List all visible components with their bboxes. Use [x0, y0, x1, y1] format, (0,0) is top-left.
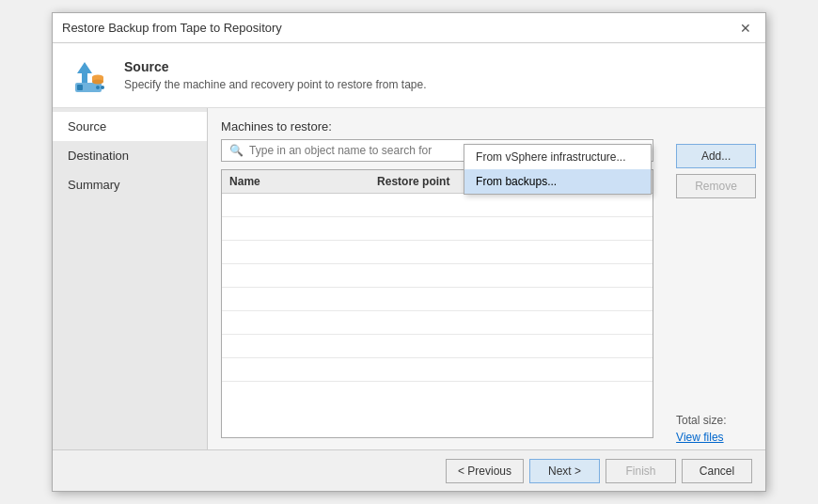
svg-point-3	[96, 86, 100, 89]
finish-button[interactable]: Finish	[606, 459, 676, 483]
sidebar-item-summary[interactable]: Summary	[53, 170, 207, 199]
machines-table-inner: Name Restore point	[222, 170, 653, 382]
header-section: Source Specify the machine and recovery …	[53, 43, 765, 108]
close-button[interactable]: ✕	[735, 19, 756, 38]
previous-button[interactable]: < Previous	[446, 459, 524, 483]
sidebar-item-source[interactable]: Source	[53, 112, 207, 141]
add-dropdown-menu: From vSphere infrastructure... From back…	[464, 144, 652, 195]
machines-label: Machines to restore:	[221, 119, 653, 134]
view-files-link[interactable]: View files	[676, 431, 756, 444]
table-row	[222, 288, 653, 311]
title-bar: Restore Backup from Tape to Repository ✕	[53, 13, 765, 43]
svg-point-4	[101, 86, 104, 89]
next-button[interactable]: Next >	[529, 459, 600, 483]
table-row	[222, 358, 653, 382]
col-name: Name	[222, 170, 370, 194]
cancel-button[interactable]: Cancel	[682, 459, 752, 483]
dropdown-item-backups[interactable]: From backups...	[464, 169, 651, 194]
window-title: Restore Backup from Tape to Repository	[62, 21, 282, 35]
svg-marker-0	[77, 62, 92, 83]
dropdown-item-vsphere[interactable]: From vSphere infrastructure...	[464, 145, 651, 169]
remove-button[interactable]: Remove	[676, 174, 756, 198]
table-row	[222, 217, 653, 241]
header-description: Specify the machine and recovery point t…	[124, 78, 427, 91]
machines-table: Name Restore point	[221, 169, 653, 438]
header-text: Source Specify the machine and recovery …	[124, 59, 427, 91]
right-panel-buttons: Add... Remove	[676, 144, 756, 198]
main-content: Machines to restore: 🔍 Name Restore poin…	[208, 108, 667, 449]
search-icon: 🔍	[229, 144, 244, 157]
header-icon	[66, 53, 111, 98]
table-row	[222, 194, 653, 217]
header-title: Source	[124, 59, 427, 74]
dialog: Restore Backup from Tape to Repository ✕…	[52, 12, 766, 492]
right-panel-info: Total size: View files	[676, 414, 756, 449]
total-size-label: Total size:	[676, 414, 756, 427]
table-row	[222, 264, 653, 288]
table-row	[222, 311, 653, 335]
svg-point-7	[92, 80, 103, 85]
table-row	[222, 335, 653, 358]
footer: < Previous Next > Finish Cancel	[53, 449, 765, 491]
sidebar: Source Destination Summary	[53, 108, 208, 449]
table-row	[222, 241, 653, 264]
svg-rect-2	[77, 85, 83, 90]
sidebar-item-destination[interactable]: Destination	[53, 141, 207, 170]
right-panel: Add... Remove Total size: View files	[667, 108, 765, 449]
restore-icon	[66, 53, 111, 98]
body: Source Destination Summary Machines to r…	[53, 108, 765, 449]
add-button[interactable]: Add...	[676, 144, 756, 168]
